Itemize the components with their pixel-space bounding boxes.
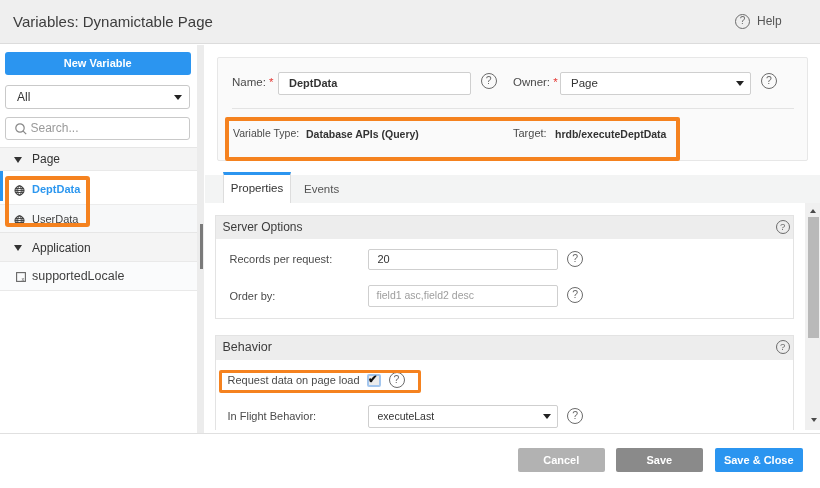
svg-text:x: x [21, 276, 24, 282]
